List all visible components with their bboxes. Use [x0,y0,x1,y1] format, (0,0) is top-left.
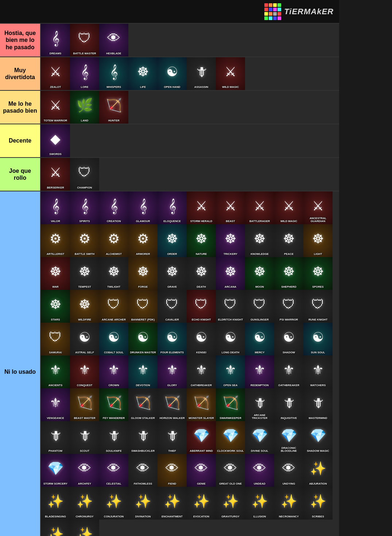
list-item[interactable]: ☸Peace [274,224,303,257]
list-item[interactable]: ⚙Battle Smith [70,224,99,257]
list-item[interactable]: ☸Life [128,57,158,90]
list-item[interactable]: ☸Arcana [216,257,245,290]
list-item[interactable]: ☸Nature [187,224,216,257]
list-item[interactable]: 💎Aberrant Mind [187,421,216,454]
list-item[interactable]: ☯Kensei [187,323,216,356]
list-item[interactable]: ⚔Wild Magic [274,191,303,224]
list-item[interactable]: ☸Shepherd [274,257,303,290]
list-item[interactable]: ✨Chronurgy [70,487,99,520]
list-item[interactable]: 🏹Beast Master [70,388,99,421]
list-item[interactable]: 🗡Assassin [187,57,216,90]
list-item[interactable]: ☯Cobalt Soul [99,323,128,356]
list-item[interactable]: 🛡Rune Knight [303,290,333,323]
list-item[interactable]: 💎Draconic Bloodline [274,421,303,454]
list-item[interactable]: 🛡Gunslinger [245,290,274,323]
list-item[interactable]: ✨Conjuration [99,487,128,520]
list-item[interactable]: ☸Wildfire [70,290,99,323]
list-item[interactable]: ✨War Magic [70,520,99,536]
list-item[interactable]: ☸Moon [245,257,274,290]
list-item[interactable]: ✨Enchantment [158,487,187,520]
list-item[interactable]: ⚜Glory [158,356,187,388]
list-item[interactable]: 👁Fiend [158,454,187,487]
list-item[interactable]: 👁Undead [245,454,274,487]
list-item[interactable]: ⚜Vengeance [41,388,70,421]
list-item[interactable]: ⚔Ancestral Guardian [303,191,333,224]
list-item[interactable]: ☸Knowledge [245,224,274,257]
list-item[interactable]: ☯Long Death [216,323,245,356]
list-item[interactable]: ⚜Devotion [128,356,158,388]
list-item[interactable]: ⚔Zealot [41,57,70,90]
list-item[interactable]: 🛡Cavalier [158,290,187,323]
list-item[interactable]: 💎Storm Sorcery [41,454,70,487]
list-item[interactable]: ⚜Ancients [41,356,70,388]
list-item[interactable]: 🛡Battle Master [70,24,99,57]
list-item[interactable]: ☯Mercy [245,323,274,356]
list-item[interactable]: ☯Astral Self [70,323,99,356]
list-item[interactable]: ☸Trickery [216,224,245,257]
list-item[interactable]: ⚜Oathbreaker [274,356,303,388]
list-item[interactable]: ☸Death [187,257,216,290]
list-item[interactable]: ☯Sun Soul [303,323,333,356]
list-item[interactable]: 𝄞Lore [70,57,99,90]
list-item[interactable]: ☸War [41,257,70,290]
list-item[interactable]: ◆Swords [41,124,70,157]
list-item[interactable]: ☸Tempest [70,257,99,290]
list-item[interactable]: ⚜Conquest [70,356,99,388]
list-item[interactable]: 🛡Banneret (PDK) [128,290,158,323]
list-item[interactable]: ✨Bladesinging [41,487,70,520]
list-item[interactable]: ☸Light [303,224,333,257]
list-item[interactable]: 👁Archfey [70,454,99,487]
list-item[interactable]: 𝄞Eloquence [158,191,187,224]
list-item[interactable]: 𝄞Valor [41,191,70,224]
list-item[interactable]: ☸Order [158,224,187,257]
list-item[interactable]: ⚔Berserker [41,158,70,191]
list-item[interactable]: ✨Graviturgy [216,487,245,520]
list-item[interactable]: ☸Forge [128,257,158,290]
list-item[interactable]: 👁Fathomless [128,454,158,487]
list-item[interactable]: ⚔Storm Herald [187,191,216,224]
list-item[interactable]: 💎Divine Soul [245,421,274,454]
list-item[interactable]: ⚜Redemption [245,356,274,388]
list-item[interactable]: 💎Shadow Magic [303,421,333,454]
list-item[interactable]: ⚙Armorer [128,224,158,257]
list-item[interactable]: ⚔Beast [216,191,245,224]
list-item[interactable]: ✨Evocation [187,487,216,520]
list-item[interactable]: 🛡Psi Warrior [274,290,303,323]
list-item[interactable]: 🗡Soulknife [99,421,128,454]
list-item[interactable]: 𝄞Dreams [41,24,70,57]
list-item[interactable]: ☸Twilight [99,257,128,290]
list-item[interactable]: ☸Stars [41,290,70,323]
list-item[interactable]: ☸Spores [303,257,333,290]
list-item[interactable]: 🗡Thief [158,421,187,454]
list-item[interactable]: 🏹Monster Slayer [187,388,216,421]
list-item[interactable]: ☯Shadow [274,323,303,356]
list-item[interactable]: 💎Clockwork Soul [216,421,245,454]
list-item[interactable]: 🌿Land [70,91,99,124]
list-item[interactable]: 🗡Arcane Trickster [245,388,274,421]
list-item[interactable]: ⚜Oathbreaker [187,356,216,388]
list-item[interactable]: 🗡Scout [70,421,99,454]
list-item[interactable]: ⚙Alchemist [99,224,128,257]
list-item[interactable]: ⚜Open Sea [216,356,245,388]
list-item[interactable]: 🏹Fey Wanderer [99,388,128,421]
list-item[interactable]: 𝄞Spirits [70,191,99,224]
list-item[interactable]: ⚔Wild Magic [216,57,245,90]
list-item[interactable]: 🛡Echo Knight [187,290,216,323]
list-item[interactable]: 🗡Mastermind [303,388,333,421]
list-item[interactable]: 👁Celestial [99,454,128,487]
list-item[interactable]: 👁Genie [187,454,216,487]
list-item[interactable]: 🛡Arcane Archer [99,290,128,323]
list-item[interactable]: 🛡Champion [70,158,99,191]
list-item[interactable]: 𝄞Whispers [99,57,128,90]
list-item[interactable]: 👁Hexblade [99,24,128,57]
list-item[interactable]: 👁Undying [274,454,303,487]
list-item[interactable]: ✨Necromancy [274,487,303,520]
list-item[interactable]: ✨Transmutation [41,520,70,536]
list-item[interactable]: 🏹Gloom Stalker [128,388,158,421]
list-item[interactable]: 🛡Samurai [41,323,70,356]
list-item[interactable]: 🗡Swashbuckler [128,421,158,454]
list-item[interactable]: 🏹Hunter [99,91,128,124]
list-item[interactable]: 🏹Swarmkeeper [216,388,245,421]
list-item[interactable]: ✨Abjuration [303,454,333,487]
list-item[interactable]: ☯Drunken Master [128,323,158,356]
